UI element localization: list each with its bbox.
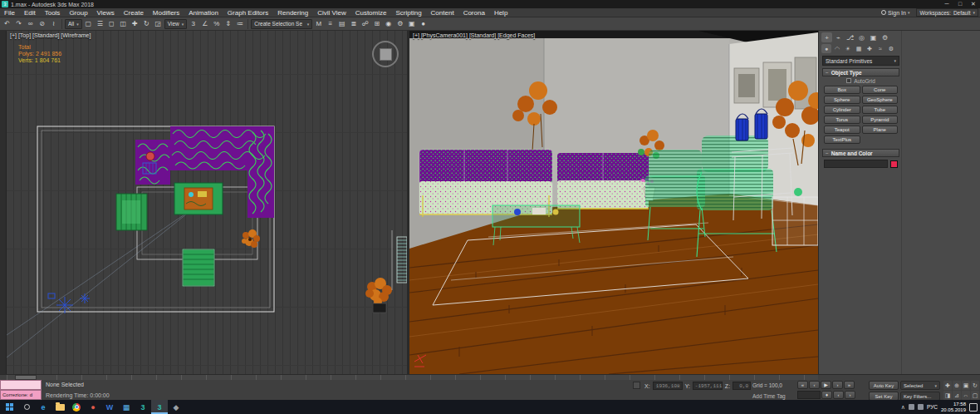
viewport-camera[interactable]: [+] [PhysCamera001] [Standard] [Edged Fa… xyxy=(409,31,818,374)
name-color-rollout-header[interactable]: −Name and Color xyxy=(822,149,899,157)
autogrid-checkbox[interactable]: AutoGrid xyxy=(822,76,899,85)
viewport-top[interactable]: [+] [Top] [Standard] [Wireframe] Total P… xyxy=(7,31,407,374)
menu-item[interactable]: File xyxy=(0,8,19,17)
lights-icon[interactable]: ☀ xyxy=(843,44,853,53)
taskbar-3dsmax-active[interactable]: 3 xyxy=(151,400,168,414)
curve-editor-icon[interactable]: ☍ xyxy=(360,18,370,29)
auto-key-button[interactable]: Auto Key xyxy=(869,381,899,390)
current-frame-field[interactable] xyxy=(797,391,821,399)
rect-select-region-icon[interactable]: ◻ xyxy=(106,18,117,29)
hierarchy-tab-icon[interactable]: ⎇ xyxy=(845,32,855,42)
viewport-label-top[interactable]: [+] [Top] [Standard] [Wireframe] xyxy=(10,32,91,38)
taskbar-clock[interactable]: 17:58 20.05.2019 xyxy=(941,402,966,413)
viewport-layout-tabs[interactable] xyxy=(0,31,7,374)
camera-viewport-canvas[interactable] xyxy=(409,31,818,374)
workspaces-selector[interactable]: Workspaces: Default ▾ xyxy=(916,8,978,17)
menu-item[interactable]: Edit xyxy=(20,8,40,17)
object-type-button[interactable]: Teapot xyxy=(824,126,860,134)
utilities-tab-icon[interactable]: ⚙ xyxy=(880,32,890,42)
armchair-plan[interactable] xyxy=(116,194,147,230)
menu-item[interactable]: Customize xyxy=(351,8,391,17)
maxscript-mini-listener[interactable] xyxy=(0,380,42,390)
side-table-plan[interactable] xyxy=(183,249,214,286)
maxscript-mini-listener-output[interactable]: Correzione: d xyxy=(0,390,42,400)
select-object-icon[interactable]: ▢ xyxy=(83,18,94,29)
network-icon[interactable] xyxy=(909,404,914,410)
spinner-snap-icon[interactable]: ⇕ xyxy=(223,18,233,29)
select-link-icon[interactable]: ∞ xyxy=(25,18,36,29)
menu-item[interactable]: Modifiers xyxy=(149,8,184,17)
object-type-rollout-header[interactable]: −Object Type xyxy=(822,68,899,76)
taskbar-explorer[interactable] xyxy=(51,400,68,414)
menu-item[interactable]: Help xyxy=(490,8,512,17)
menu-item[interactable]: Create xyxy=(120,8,148,17)
scene-explorer-icon[interactable]: ▤ xyxy=(336,18,347,29)
go-to-end-icon[interactable]: » xyxy=(844,381,855,389)
object-color-swatch[interactable] xyxy=(890,160,898,168)
angle-snap-icon[interactable]: ∠ xyxy=(199,18,210,29)
previous-frame-icon[interactable]: ‹ xyxy=(809,381,820,389)
object-type-button[interactable]: Tube xyxy=(862,106,899,114)
helpers-icon[interactable]: ✚ xyxy=(865,44,875,53)
start-button[interactable] xyxy=(0,400,18,414)
render-icon[interactable]: ● xyxy=(418,18,429,29)
menu-item[interactable]: Views xyxy=(93,8,119,17)
align-icon[interactable]: ≡ xyxy=(325,18,336,29)
object-type-button[interactable]: Sphere xyxy=(824,96,860,104)
menu-item[interactable]: Graph Editors xyxy=(223,8,272,17)
systems-icon[interactable]: ⚙ xyxy=(886,44,896,53)
redo-icon[interactable]: ↷ xyxy=(13,18,24,29)
minimize-button[interactable]: ─ xyxy=(940,0,953,8)
snap-toggle-3d-icon[interactable]: 3 xyxy=(188,18,198,29)
window-crossing-icon[interactable]: ◫ xyxy=(118,18,129,29)
menu-item[interactable]: Rendering xyxy=(273,8,312,17)
maximize-viewport-icon[interactable]: ▢ xyxy=(971,391,979,400)
material-editor-icon[interactable]: ◉ xyxy=(383,18,394,29)
menu-item[interactable]: Corona xyxy=(459,8,489,17)
undo-icon[interactable]: ↶ xyxy=(2,18,12,29)
tray-expand-icon[interactable]: ∧ xyxy=(901,404,905,411)
taskbar-3dsmax[interactable]: 3 xyxy=(135,400,151,414)
taskbar-app-red[interactable]: ● xyxy=(85,400,101,414)
object-type-button[interactable]: Plane xyxy=(862,126,899,134)
mirror-icon[interactable]: M xyxy=(313,18,324,29)
viewport-label-camera[interactable]: [+] [PhysCamera001] [Standard] [Edged Fa… xyxy=(413,32,535,38)
cameras-icon[interactable]: ▦ xyxy=(854,44,864,53)
pan-icon[interactable]: ✚ xyxy=(943,381,952,390)
taskbar-app-gray[interactable]: ◆ xyxy=(168,400,184,414)
key-mode-icon[interactable]: ♦ xyxy=(821,391,832,399)
go-to-start-icon[interactable]: « xyxy=(797,381,808,389)
top-viewport-canvas[interactable] xyxy=(7,31,407,374)
object-type-button[interactable]: Pyramid xyxy=(862,116,899,124)
selection-filter-dropdown[interactable]: All▾ xyxy=(65,19,82,29)
schematic-view-icon[interactable]: ⊞ xyxy=(371,18,382,29)
menu-item[interactable]: Civil View xyxy=(313,8,350,17)
sofa-right[interactable] xyxy=(557,153,649,209)
menu-item[interactable]: Content xyxy=(427,8,458,17)
reference-coordinate-dropdown[interactable]: View▾ xyxy=(164,19,188,29)
zoom-extents-icon[interactable]: ▣ xyxy=(962,381,970,390)
y-coordinate-field[interactable]: -1957,111 xyxy=(693,382,723,390)
object-type-button[interactable]: TextPlus xyxy=(824,136,860,144)
add-time-tag[interactable]: Add Time Tag xyxy=(752,393,786,399)
select-scale-icon[interactable]: ◲ xyxy=(153,18,164,29)
object-name-field[interactable] xyxy=(824,160,888,168)
fov-icon[interactable]: ⊿ xyxy=(953,391,961,400)
taskbar-edge[interactable]: e xyxy=(35,400,51,414)
menu-item[interactable]: Animation xyxy=(184,8,223,17)
close-button[interactable]: ✕ xyxy=(967,0,980,8)
object-type-button[interactable]: Box xyxy=(824,86,860,94)
shapes-icon[interactable]: ◠ xyxy=(832,44,842,53)
maximize-button[interactable]: □ xyxy=(953,0,967,8)
layer-manager-icon[interactable]: ≣ xyxy=(348,18,359,29)
z-coordinate-field[interactable]: 0,0 xyxy=(733,382,751,390)
action-center-icon[interactable] xyxy=(969,403,978,412)
motion-tab-icon[interactable]: ◎ xyxy=(856,32,867,42)
render-frame-icon[interactable]: ▣ xyxy=(406,18,417,29)
select-move-icon[interactable]: ✚ xyxy=(130,18,140,29)
zoom-icon[interactable]: ⊕ xyxy=(953,381,961,390)
taskbar-word[interactable]: W xyxy=(101,400,118,414)
coffee-table-plan[interactable] xyxy=(174,183,223,214)
render-setup-icon[interactable]: ⚙ xyxy=(394,18,405,29)
zoom-region-icon[interactable]: ◨ xyxy=(943,391,952,400)
